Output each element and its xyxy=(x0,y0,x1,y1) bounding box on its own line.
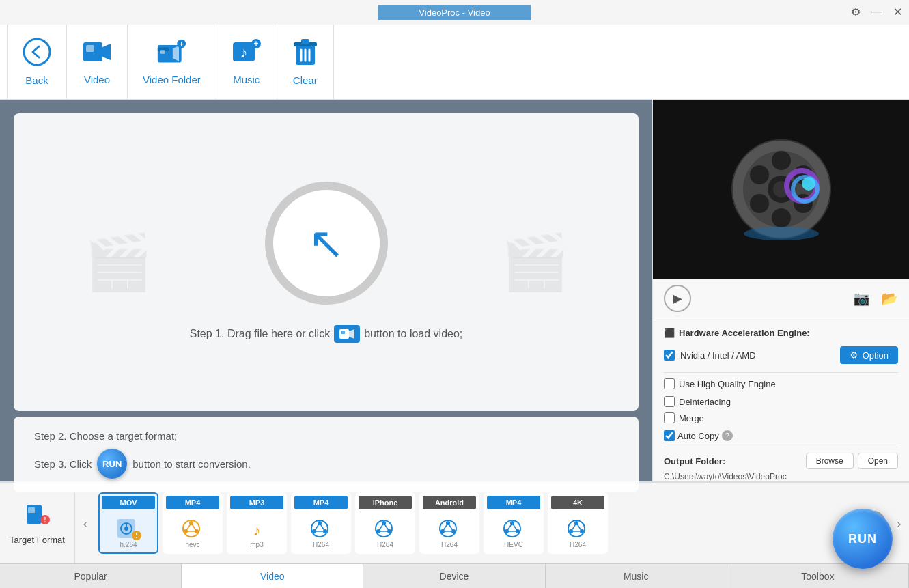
format-badge-0: MOV xyxy=(102,496,155,509)
nvidia-row: Nvidia / Intel / AMD ⚙ Option xyxy=(664,346,898,364)
format-scroll: MOV h.264 MP4 hevc xyxy=(96,492,858,554)
scroll-left-button[interactable]: ‹ xyxy=(75,503,96,544)
run-inline-button[interactable]: RUN xyxy=(97,449,127,479)
browse-button[interactable]: Browse xyxy=(806,453,854,469)
format-sub-0: h.264 xyxy=(120,541,137,548)
format-item-6[interactable]: MP4 HEVC xyxy=(484,492,544,554)
preview-area xyxy=(653,100,909,279)
target-format-icon: ! xyxy=(25,502,50,532)
svg-line-69 xyxy=(378,523,384,531)
auto-copy-checkbox[interactable] xyxy=(664,430,675,441)
tab-popular[interactable]: Popular xyxy=(0,564,182,588)
clear-button[interactable]: Clear xyxy=(277,25,334,99)
main-drop-area: 🎬🎵🎬 ↖ Step 1. Drag file here or click bu… xyxy=(0,100,652,506)
back-label: Back xyxy=(25,74,48,86)
svg-text:+: + xyxy=(253,39,258,48)
music-button[interactable]: ♪+ Music xyxy=(216,25,277,99)
format-sub-7: H264 xyxy=(570,541,586,548)
nvidia-check-label: Nvidia / Intel / AMD xyxy=(664,350,756,361)
svg-line-83 xyxy=(507,523,512,531)
format-item-5[interactable]: Android H264 xyxy=(419,492,479,554)
svg-rect-3 xyxy=(86,45,94,52)
format-sub-3: H264 xyxy=(313,541,329,548)
tab-toolbox[interactable]: Toolbox xyxy=(727,564,909,588)
format-badge-7: 4K xyxy=(551,496,604,509)
steps-box: Step 2. Choose a target format; Step 3. … xyxy=(14,417,639,492)
svg-rect-38 xyxy=(28,507,35,513)
svg-rect-16 xyxy=(301,39,309,44)
help-icon[interactable]: ? xyxy=(722,430,733,441)
play-button[interactable]: ▶ xyxy=(664,285,691,312)
svg-point-31 xyxy=(750,194,769,213)
svg-text:♪: ♪ xyxy=(240,44,247,61)
format-item-3[interactable]: MP4 H264 xyxy=(291,492,351,554)
output-folder-row: Output Folder: Browse Open xyxy=(664,453,898,469)
settings-icon[interactable]: ⚙ xyxy=(851,5,861,18)
svg-line-81 xyxy=(512,523,518,531)
step3-text: Step 3. Click RUN button to start conver… xyxy=(34,449,618,479)
open-button[interactable]: Open xyxy=(858,453,898,469)
load-video-inline-btn[interactable] xyxy=(334,325,360,343)
run-button[interactable]: RUN xyxy=(833,509,893,569)
screenshot-icon[interactable]: 📷 xyxy=(853,290,870,307)
deinterlacing-checkbox[interactable] xyxy=(664,396,675,407)
format-sub-2: mp3 xyxy=(250,541,263,548)
svg-line-74 xyxy=(448,523,453,531)
format-item-0[interactable]: MOV h.264 xyxy=(98,492,158,554)
back-button[interactable]: Back xyxy=(7,25,67,99)
high-quality-label: Use High Quality Engine xyxy=(664,378,780,389)
format-item-7[interactable]: 4K H264 xyxy=(548,492,608,554)
format-sub-6: HEVC xyxy=(504,541,523,548)
music-label: Music xyxy=(233,74,260,85)
nvidia-checkbox[interactable] xyxy=(664,350,675,361)
close-icon[interactable]: ✕ xyxy=(893,5,902,18)
divider2 xyxy=(664,447,898,447)
step1-text: Step 1. Drag file here or click xyxy=(190,328,330,340)
merge-row: Merge Auto Copy ? xyxy=(664,412,898,441)
drop-zone[interactable]: 🎬🎵🎬 ↖ Step 1. Drag file here or click bu… xyxy=(14,113,639,411)
options-row: Use High Quality Engine Deinterlacing xyxy=(664,378,898,407)
merge-label: Merge xyxy=(664,412,780,423)
format-badge-5: Android xyxy=(423,496,476,509)
video-folder-icon: + xyxy=(156,38,186,70)
format-badge-6: MP4 xyxy=(487,496,540,509)
upload-arrow-icon: ↖ xyxy=(308,218,345,268)
step1-suffix: button to load video; xyxy=(364,328,462,340)
format-sub-1: hevc xyxy=(185,541,199,548)
svg-rect-22 xyxy=(341,331,345,334)
format-badge-1: MP4 xyxy=(166,496,219,509)
format-badge-3: MP4 xyxy=(294,496,348,509)
clear-icon xyxy=(292,38,318,70)
svg-line-76 xyxy=(443,523,448,531)
tab-device[interactable]: Device xyxy=(363,564,545,588)
minimize-icon[interactable]: — xyxy=(871,5,882,18)
merge-checkbox[interactable] xyxy=(664,412,675,423)
option-button[interactable]: ⚙ Option xyxy=(840,346,898,364)
svg-line-90 xyxy=(571,523,576,531)
player-controls: ▶ 📷 📂 xyxy=(653,279,909,318)
format-item-1[interactable]: MP4 hevc xyxy=(163,492,223,554)
title-bar: VideoProc - Video ⚙ — ✕ xyxy=(0,0,909,25)
drop-instruction: Step 1. Drag file here or click button t… xyxy=(190,325,463,343)
high-quality-checkbox[interactable] xyxy=(664,378,675,389)
folder-icon[interactable]: 📂 xyxy=(881,290,898,307)
svg-line-62 xyxy=(314,523,320,531)
svg-text:♪: ♪ xyxy=(253,522,261,539)
output-folder-label: Output Folder: xyxy=(664,456,725,466)
tab-video[interactable]: Video xyxy=(182,564,363,588)
output-path: C:\Users\wayto\Videos\VideoProc xyxy=(664,472,898,481)
svg-text:!: ! xyxy=(44,516,46,524)
video-label: Video xyxy=(84,74,110,85)
format-item-2[interactable]: MP3 ♪ mp3 xyxy=(227,492,287,554)
svg-point-27 xyxy=(772,208,791,227)
svg-marker-21 xyxy=(349,329,354,339)
format-item-4[interactable]: iPhone H264 xyxy=(355,492,415,554)
window-controls[interactable]: ⚙ — ✕ xyxy=(851,5,902,18)
video-button[interactable]: Video xyxy=(67,25,128,99)
video-icon xyxy=(82,38,112,70)
film-reel xyxy=(727,100,836,279)
tab-music[interactable]: Music xyxy=(546,564,727,588)
hw-title: ⬛ Hardware Acceleration Engine: xyxy=(664,328,898,338)
video-folder-button[interactable]: + Video Folder xyxy=(128,25,216,99)
clear-label: Clear xyxy=(293,74,318,86)
